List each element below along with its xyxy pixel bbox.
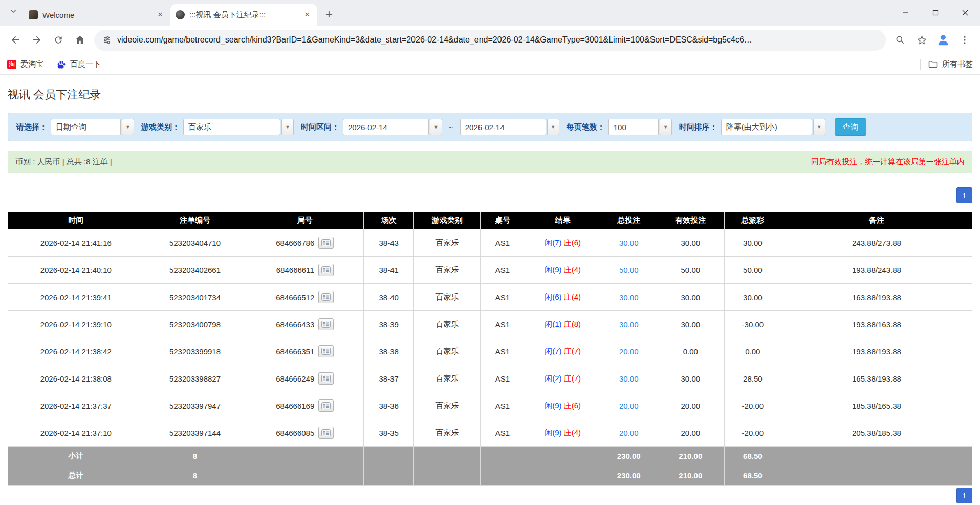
home-button[interactable] [70,30,90,50]
bookmark-aitaobao[interactable]: 淘 爱淘宝 [7,59,43,69]
cell-result: 闲(7) 庄(6) [525,229,601,257]
cell-game: 百家乐 [414,257,481,284]
all-bookmarks-button[interactable]: 所有书签 [928,59,973,70]
query-type-dropdown-button[interactable]: ▼ [122,119,134,135]
total-bet-link[interactable]: 20.00 [619,429,639,437]
total-bet-link[interactable]: 30.00 [619,320,639,329]
bookmarks-bar: 淘 爱淘宝 百度一下 所有书签 [0,54,980,75]
chevron-down-icon: ▼ [663,124,668,130]
table-row: 2026-02-14 21:39:41523203401734684666512… [8,284,972,311]
result-banker: 庄(8) [564,320,581,328]
total-bet-link[interactable]: 50.00 [619,266,639,275]
cell-result: 闲(9) 庄(6) [525,392,601,419]
date-end-dropdown-button[interactable]: ▼ [547,119,559,135]
video-replay-button[interactable] [318,318,334,330]
video-replay-button[interactable] [318,399,334,412]
maximize-button[interactable] [921,0,950,26]
filter-label: 游戏类别： [141,122,180,132]
summary-cell: 68.50 [724,447,781,466]
table-row: 2026-02-14 21:38:42523203399918684666351… [8,338,972,365]
cell-session: 38-43 [364,229,414,257]
cell-round-id: 684666611 [246,257,364,284]
close-button[interactable] [950,0,980,26]
per-page-input[interactable] [608,119,659,135]
filter-per-page: 每页笔数： ▼ [567,119,672,135]
refresh-button[interactable] [48,30,69,50]
column-header: 局号 [246,212,364,229]
cell-valid-bet: 50.00 [657,257,724,284]
filter-label: 时间区间： [301,122,339,132]
zoom-button[interactable] [890,30,910,50]
cell-game: 百家乐 [414,284,481,311]
cell-time: 2026-02-14 21:38:08 [8,365,144,392]
column-header: 有效投注 [657,212,724,229]
cell-round-id: 684666085 [246,419,364,447]
date-start-dropdown-button[interactable]: ▼ [430,119,442,135]
back-button[interactable] [5,30,26,50]
site-settings-icon[interactable] [102,35,112,45]
cell-total-bet: 50.00 [601,257,657,284]
tab-close-icon[interactable]: ✕ [302,10,312,20]
tab-betrecord[interactable]: :::视讯 会员下注纪录::: ✕ [170,4,317,26]
minimize-button[interactable] [891,0,921,26]
taobao-icon: 淘 [7,60,16,69]
video-replay-button[interactable] [318,427,334,439]
game-kind-input[interactable] [183,119,280,135]
page-1-button[interactable]: 1 [956,187,972,203]
total-bet-link[interactable]: 30.00 [619,374,639,383]
bookmark-baidu[interactable]: 百度一下 [57,59,101,69]
tab-search-button[interactable] [4,2,23,20]
total-bet-link[interactable]: 20.00 [619,402,639,410]
total-bet-link[interactable]: 20.00 [619,347,639,356]
sort-dropdown-button[interactable]: ▼ [813,119,825,135]
video-replay-button[interactable] [318,372,334,385]
cell-round-id: 684666786 [246,229,364,257]
per-page-dropdown-button[interactable]: ▼ [660,119,672,135]
cell-game: 百家乐 [414,419,481,447]
bet-records-table: 时间注单编号局号场次游戏类别桌号结果总投注有效投注总派彩备注 2026-02-1… [8,212,972,486]
chevron-down-icon: ▼ [817,124,821,130]
cell-bet-id: 523203400798 [144,311,246,338]
table-row: 2026-02-14 21:40:10523203402661684666611… [8,257,972,284]
video-replay-button[interactable] [318,264,334,276]
video-replay-button[interactable] [318,345,334,357]
result-player: 闲(2) [545,374,561,383]
profile-avatar[interactable] [933,30,953,50]
summary-cell [246,447,364,466]
forward-button[interactable] [27,30,47,50]
cell-game: 百家乐 [414,392,481,419]
summary-cell [414,466,481,486]
tab-close-icon[interactable]: ✕ [155,10,165,20]
browser-menu-button[interactable] [954,30,975,50]
date-start-input[interactable] [343,119,429,135]
new-tab-button[interactable]: + [320,6,338,23]
cell-payout: -20.00 [724,392,781,419]
total-bet-link[interactable]: 30.00 [619,293,639,302]
video-icon [321,321,331,328]
url-bar[interactable]: videoie.com/game/betrecord_search/kind3?… [94,30,886,51]
tab-welcome[interactable]: Welcome ✕ [24,4,170,26]
tab-favicon [29,10,38,19]
column-header: 结果 [525,212,601,229]
search-button[interactable]: 查询 [835,118,866,136]
summary-notice-text: 同局有效投注，统一计算在该局第一张注单内 [811,157,965,167]
baidu-paw-icon [57,60,66,69]
summary-cell: 8 [144,466,246,486]
bookmark-star-button[interactable] [911,30,932,50]
page-1-button[interactable]: 1 [956,488,972,503]
summary-cell: 小计 [8,447,144,466]
video-replay-button[interactable] [318,237,334,249]
sort-input[interactable] [721,119,812,135]
chevron-down-icon: ▼ [551,124,555,130]
cell-payout: 50.00 [724,257,781,284]
game-kind-dropdown-button[interactable]: ▼ [281,119,294,135]
date-end-input[interactable] [460,119,546,135]
video-replay-button[interactable] [318,291,334,303]
summary-cell [481,447,525,466]
total-bet-link[interactable]: 30.00 [619,239,639,247]
filter-label: 请选择： [16,122,47,132]
cell-note: 163.88/193.88 [781,284,972,311]
result-banker: 庄(7) [564,374,581,383]
video-icon [321,429,331,436]
query-type-input[interactable] [51,119,121,135]
